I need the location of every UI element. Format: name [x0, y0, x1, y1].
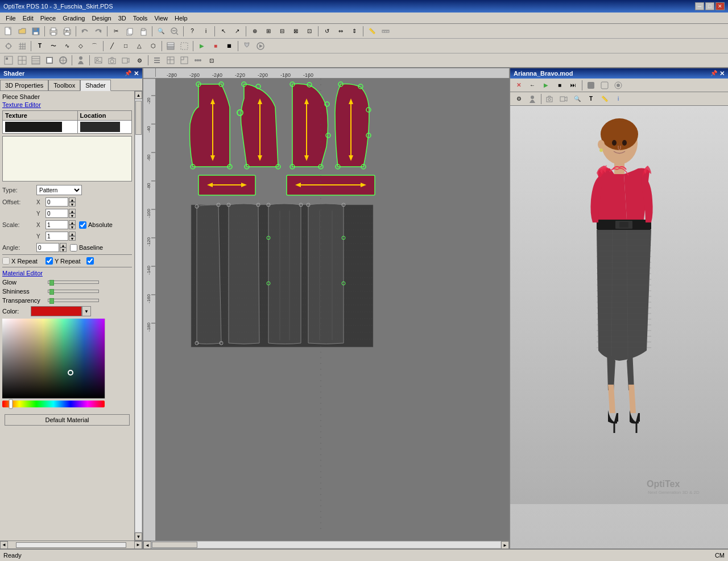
bezier-btn[interactable]: ⌒	[88, 40, 101, 52]
undo-btn[interactable]	[78, 26, 91, 37]
offset-x-input[interactable]: 0	[46, 197, 68, 207]
offset-y-up[interactable]: ▲	[69, 209, 76, 213]
offset-x-up[interactable]: ▲	[69, 197, 76, 202]
arrow-btn[interactable]: ↖	[217, 26, 230, 37]
menu-help[interactable]: Help	[171, 14, 191, 23]
default-material-button[interactable]: Default Material	[5, 414, 130, 426]
draw2-btn[interactable]: □	[119, 40, 132, 52]
model-render-btn[interactable]	[612, 80, 624, 91]
shininess-slider[interactable]	[48, 290, 99, 293]
model-settings-btn[interactable]: ⚙	[512, 93, 525, 105]
draw3-btn[interactable]: △	[133, 40, 146, 52]
wave-btn[interactable]: 〜	[47, 40, 60, 52]
skirt-piece-front-right[interactable]	[227, 203, 260, 344]
node-btn[interactable]: ◇	[75, 40, 87, 52]
maximize-button[interactable]: □	[705, 2, 714, 10]
shader-close-icon[interactable]: ✕	[134, 70, 139, 77]
measure-btn[interactable]: 📏	[366, 26, 378, 37]
shader-vscroll[interactable]: ▲ ▼	[134, 91, 142, 541]
ruler-btn[interactable]	[379, 26, 392, 37]
model-play-btn[interactable]: ▶	[540, 80, 552, 91]
cam-btn[interactable]	[106, 55, 118, 66]
tool3-btn[interactable]: ⊟	[276, 26, 288, 37]
draw1-btn[interactable]: ╱	[106, 40, 118, 52]
sim-btn[interactable]: ▶	[196, 40, 208, 52]
cut-btn[interactable]: ✂	[110, 26, 122, 37]
offset-x-spinner[interactable]: ▲ ▼	[69, 197, 76, 207]
person-btn[interactable]	[75, 55, 87, 66]
more1-btn[interactable]	[151, 55, 163, 66]
model-measure2-btn[interactable]: 📏	[598, 93, 611, 105]
more4-btn[interactable]	[192, 55, 204, 66]
scale-x-spinner[interactable]: ▲ ▼	[69, 220, 76, 229]
baseline-checkbox[interactable]	[70, 244, 77, 251]
tab-toolbox[interactable]: Toolbox	[48, 80, 80, 90]
model-shaded-btn[interactable]	[585, 80, 597, 91]
model-info2-btn[interactable]: i	[612, 93, 624, 105]
img-btn[interactable]	[92, 55, 105, 66]
menu-view[interactable]: View	[151, 14, 171, 23]
copy-btn[interactable]	[123, 26, 136, 37]
icon-btn-3[interactable]	[30, 55, 42, 66]
tool2-btn[interactable]: ⊞	[262, 26, 275, 37]
tab-shader[interactable]: Shader	[80, 80, 110, 91]
model-vid2-btn[interactable]	[557, 93, 570, 105]
belt-piece-2[interactable]	[287, 175, 375, 195]
menu-grading[interactable]: Grading	[59, 14, 88, 23]
transparency-slider[interactable]	[48, 299, 99, 302]
more2-btn[interactable]	[164, 55, 177, 66]
new-btn[interactable]	[2, 26, 15, 37]
model-next-btn[interactable]: ⏭	[567, 80, 580, 91]
help-btn[interactable]: ?	[186, 26, 198, 37]
model-stop-btn[interactable]: ■	[553, 80, 566, 91]
icon-btn-5[interactable]	[57, 55, 69, 66]
hscroll-left[interactable]: ◄	[0, 541, 8, 549]
close-button[interactable]: ✕	[715, 2, 725, 10]
skirt-piece-front-left[interactable]	[195, 203, 223, 345]
tool5-btn[interactable]: ⊡	[303, 26, 316, 37]
model-rotate-btn[interactable]: ✕	[512, 80, 525, 91]
anim-btn[interactable]	[254, 40, 267, 52]
model-cam2-btn[interactable]	[544, 93, 556, 105]
belt-piece-1[interactable]	[198, 175, 255, 195]
skirt-piece-back-left[interactable]	[267, 203, 303, 344]
mirror-btn[interactable]: ⇔	[334, 26, 347, 37]
center-hscroll-left[interactable]: ◄	[143, 541, 151, 548]
scale-y-up[interactable]: ▲	[69, 232, 76, 236]
color-picker[interactable]	[2, 319, 116, 410]
scale-y-down[interactable]: ▼	[69, 236, 76, 241]
angle-spinner[interactable]: ▲ ▼	[60, 243, 67, 252]
cursor-btn[interactable]: ↗	[231, 26, 243, 37]
offset-y-input[interactable]: 0	[46, 209, 68, 218]
center-hscroll-right[interactable]: ►	[501, 541, 509, 548]
y-repeat-checkbox[interactable]	[46, 257, 53, 265]
zoom-out-btn[interactable]	[168, 26, 181, 37]
icon-btn-4[interactable]	[43, 55, 56, 66]
info-btn[interactable]: i	[200, 26, 212, 37]
more3-btn[interactable]	[178, 55, 191, 66]
menu-3d[interactable]: 3D	[115, 14, 130, 23]
hscroll-right[interactable]: ►	[134, 541, 142, 549]
vscroll-down[interactable]: ▼	[135, 533, 142, 541]
model-person-btn[interactable]	[526, 93, 539, 105]
scale-x-down[interactable]: ▼	[69, 225, 76, 229]
shininess-thumb[interactable]	[49, 289, 54, 295]
scale-x-input[interactable]: 1	[46, 220, 68, 229]
angle-input[interactable]: 0	[36, 243, 59, 252]
vscroll-thumb[interactable]	[135, 101, 142, 135]
offset-x-down[interactable]: ▼	[69, 202, 76, 207]
icon-btn-1[interactable]	[2, 55, 15, 66]
center-hscroll-thumb[interactable]	[152, 542, 197, 548]
texture-editor-link[interactable]: Texture Editor	[2, 101, 132, 108]
scale-x-up[interactable]: ▲	[69, 220, 76, 225]
tool1-btn[interactable]: ⊕	[249, 26, 261, 37]
icon-btn-2[interactable]	[16, 55, 28, 66]
print-btn[interactable]	[47, 26, 60, 37]
menu-tools[interactable]: Tools	[130, 14, 151, 23]
settings2-btn[interactable]: ⚙	[133, 55, 146, 66]
scale-y-spinner[interactable]: ▲ ▼	[69, 232, 76, 241]
angle-up[interactable]: ▲	[60, 243, 67, 248]
tab-3d-properties[interactable]: 3D Properties	[0, 80, 48, 90]
model-close-icon[interactable]: ✕	[719, 70, 725, 77]
menu-design[interactable]: Design	[88, 14, 114, 23]
